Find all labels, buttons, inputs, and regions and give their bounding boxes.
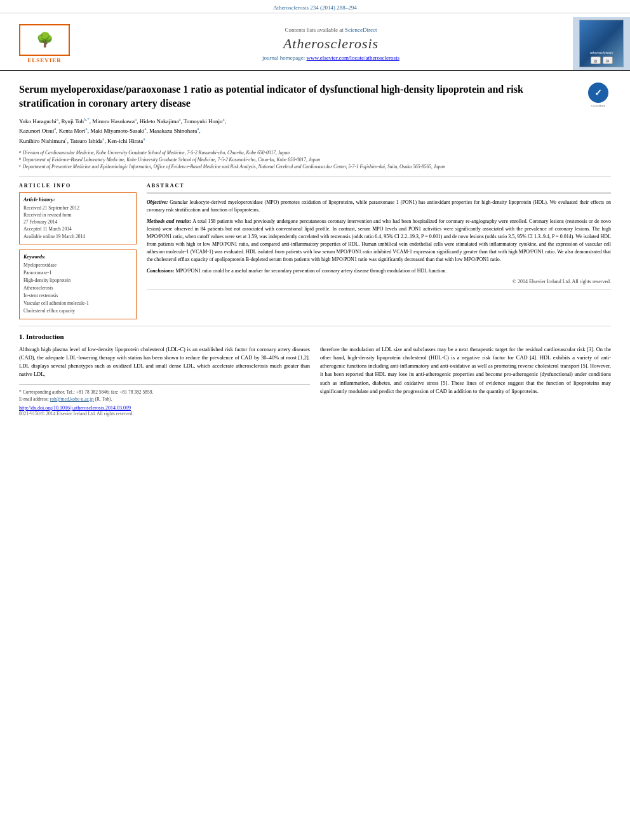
crossmark-logo: ✓ CrossMark	[586, 83, 611, 107]
keyword-7: Cholesterol efflux capacity	[23, 307, 132, 315]
author-2-sup: b,*	[84, 117, 90, 122]
issn-line: 0021-9150/© 2014 Elsevier Ireland Ltd. A…	[19, 411, 310, 417]
article-title: Serum myeloperoxidase/paraoxonase 1 rati…	[19, 83, 579, 111]
keywords-box: Keywords: Myeloperoxidase Paraoxonase-1 …	[19, 250, 137, 319]
author-9-sup: a	[197, 126, 199, 131]
intro-right-para-1: therefore the modulation of LDL size and…	[320, 345, 611, 396]
footnote-email-label: E-mail address:	[19, 396, 49, 402]
article-history-title: Article history:	[23, 197, 132, 203]
keyword-6: Vascular cell adhesion molecule-1	[23, 300, 132, 307]
aff-sup-a: a	[19, 149, 21, 156]
keyword-3: High-density lipoprotein	[23, 277, 132, 284]
author-3: , Minoru Hasokawa	[90, 118, 135, 124]
intro-left-col: Although high plasma level of low-densit…	[19, 345, 310, 417]
introduction-section: 1. Introduction Although high plasma lev…	[19, 333, 611, 423]
abstract-conclusions-para: Conclusions: MPO/PON1 ratio could be a u…	[147, 267, 611, 275]
doi-url[interactable]: http://dx.doi.org/10.1016/j.atherosclero…	[19, 405, 131, 411]
affiliation-2: b Department of Evidence-Based Laborator…	[19, 156, 611, 163]
author-10: Kunihiro Nishimura	[19, 138, 65, 144]
crossmark-icon: ✓	[588, 83, 608, 103]
abstract-methods-label: Methods and results:	[147, 218, 191, 224]
doi-link: http://dx.doi.org/10.1016/j.atherosclero…	[19, 405, 310, 411]
cover-icon-1: ◎	[591, 57, 601, 64]
affiliation-1: a Division of Cardiovascular Medicine, K…	[19, 149, 611, 156]
crossmark-label: CrossMark	[591, 104, 605, 107]
author-12: , Ken-ichi Hirata	[104, 138, 143, 144]
article-info-column: ARTICLE INFO Article history: Received 2…	[19, 183, 137, 319]
keyword-5: In-stent restenosis	[23, 292, 132, 300]
author-11: , Tatsuro Ishida	[67, 138, 102, 144]
abstract-objective-text: Granular leukocyte-derived myeloperoxida…	[147, 199, 611, 213]
sciencedirect-link[interactable]: ScienceDirect	[345, 27, 377, 33]
journal-header-center: Contents lists available at ScienceDirec…	[89, 17, 573, 70]
article-content: Serum myeloperoxidase/paraoxonase 1 rati…	[0, 71, 630, 429]
authors-section: Yoko Haraguchia, Ryuji Tohb,*, Minoru Ha…	[19, 116, 611, 145]
intro-section-title: 1. Introduction	[19, 333, 611, 340]
abstract-column: ABSTRACT Objective: Granular leukocyte-d…	[147, 183, 611, 319]
author-5: , Tomoyuki Honjo	[181, 118, 223, 124]
abstract-methods-para: Methods and results: A total 158 patient…	[147, 218, 611, 263]
doi-footer: http://dx.doi.org/10.1016/j.atherosclero…	[19, 405, 310, 417]
author-9: , Masakazu Shinohara	[147, 128, 198, 134]
page-wrapper: Atherosclerosis 234 (2014) 288–294 🌳 ELS…	[0, 0, 630, 429]
article-info-abstract-layout: ARTICLE INFO Article history: Received 2…	[19, 183, 611, 319]
author-12-sup: a	[143, 137, 145, 142]
intro-right-col: therefore the modulation of LDL size and…	[320, 345, 611, 417]
homepage-link[interactable]: www.elsevier.com/locate/atherosclerosis	[307, 55, 399, 61]
intro-two-col-layout: Although high plasma level of low-densit…	[19, 345, 611, 417]
aff-text-c: Department of Preventive Medicine and Ep…	[23, 163, 445, 170]
elsevier-logo-section: 🌳 ELSEVIER	[0, 17, 89, 70]
cover-icon-2: ⊡	[603, 57, 613, 64]
keywords-title: Keywords:	[23, 254, 132, 260]
aff-sup-c: c	[19, 163, 21, 170]
cover-mini: atherosclerosis ◎ ⊡	[579, 20, 624, 67]
history-revised-label: Received in revised form	[23, 211, 132, 218]
journal-header: 🌳 ELSEVIER Contents lists available at S…	[0, 13, 630, 71]
author-5-sup: a	[222, 117, 224, 122]
abstract-copyright: © 2014 Elsevier Ireland Ltd. All rights …	[147, 279, 611, 284]
intro-left-para-1: Although high plasma level of low-densit…	[19, 345, 310, 379]
article-history-box: Article history: Received 21 September 2…	[19, 192, 137, 244]
cover-title-text: atherosclerosis	[590, 51, 613, 55]
aff-sup-b: b	[19, 156, 21, 163]
aff-text-a: Division of Cardiovascular Medicine, Kob…	[23, 149, 290, 156]
history-online: Available online 19 March 2014	[23, 233, 132, 240]
keyword-4: Atherosclerosis	[23, 284, 132, 292]
author-6: Kazunori Otsui	[19, 128, 54, 134]
cover-icons: ◎ ⊡	[591, 57, 613, 64]
abstract-conclusions-label: Conclusions:	[147, 268, 175, 274]
article-info-label: ARTICLE INFO	[19, 183, 137, 189]
footnote-corresponding: * Corresponding author. Tel.: +81 78 382…	[19, 389, 310, 396]
journal-reference: Atherosclerosis 234 (2014) 288–294	[273, 4, 357, 11]
author-8: , Maki Miyamoto-Sasaki	[88, 128, 145, 134]
author-7: , Kenta Mori	[56, 128, 85, 134]
footnote-email-suffix: (R. Toh).	[95, 396, 112, 402]
footnote-email-line: E-mail address: roh@med.kobe-u.ac.jp (R.…	[19, 396, 310, 403]
history-accepted: Accepted 11 March 2014	[23, 225, 132, 232]
keyword-2: Paraoxonase-1	[23, 269, 132, 277]
footnotes-section: * Corresponding author. Tel.: +81 78 382…	[19, 384, 310, 403]
elsevier-brand-text: ELSEVIER	[27, 57, 62, 63]
section-divider	[19, 326, 611, 326]
journal-homepage: journal homepage: www.elsevier.com/locat…	[262, 55, 399, 61]
journal-top-bar: Atherosclerosis 234 (2014) 288–294	[0, 0, 630, 13]
abstract-label: ABSTRACT	[147, 183, 611, 189]
abstract-conclusions-text: MPO/PON1 ratio could be a useful marker …	[176, 268, 447, 274]
footnote-email-link[interactable]: roh@med.kobe-u.ac.jp	[50, 396, 94, 402]
aff-text-b: Department of Evidence-Based Laboratory …	[23, 156, 320, 163]
abstract-box: Objective: Granular leukocyte-derived my…	[147, 192, 611, 290]
history-received: Received 21 September 2012	[23, 204, 132, 211]
history-revised-date: 27 February 2014	[23, 218, 132, 225]
elsevier-logo: 🌳 ELSEVIER	[19, 24, 70, 63]
journal-cover-thumbnail: atherosclerosis ◎ ⊡	[573, 17, 630, 70]
keyword-1: Myeloperoxidase	[23, 262, 132, 269]
author-1: Yoko Haraguchi	[19, 118, 57, 124]
elsevier-tree-icon: 🌳	[36, 32, 53, 48]
abstract-methods-text: A total 158 patients who had previously …	[147, 218, 611, 262]
elsevier-logo-box: 🌳	[19, 24, 70, 56]
affiliation-3: c Department of Preventive Medicine and …	[19, 163, 611, 170]
author-4: , Hideto Nakajima	[137, 118, 178, 124]
journal-main-title: Atherosclerosis	[283, 36, 379, 52]
affiliations-section: a Division of Cardiovascular Medicine, K…	[19, 149, 611, 177]
sciencedirect-line: Contents lists available at ScienceDirec…	[285, 27, 377, 33]
